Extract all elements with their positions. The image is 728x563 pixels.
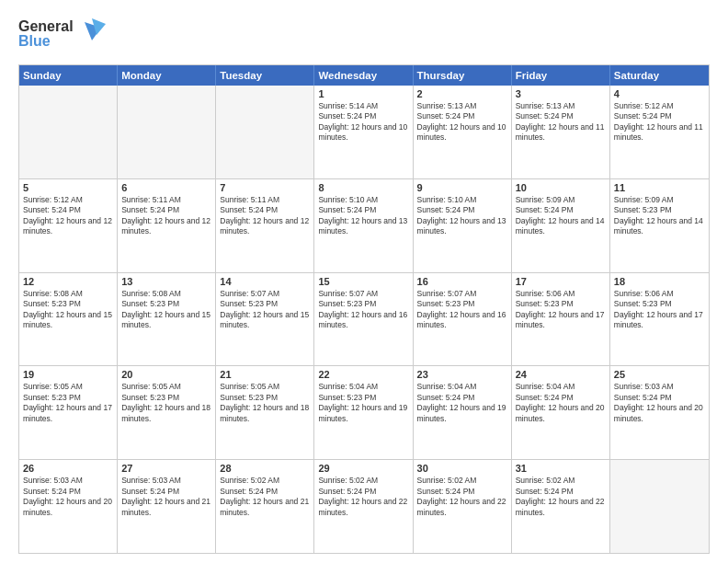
cal-cell: 28Sunrise: 5:02 AMSunset: 5:24 PMDayligh… <box>216 460 314 553</box>
day-number: 17 <box>516 276 606 287</box>
day-number: 16 <box>417 276 507 287</box>
cell-info: Sunrise: 5:10 AMSunset: 5:24 PMDaylight:… <box>318 195 408 237</box>
day-number: 31 <box>516 463 606 474</box>
day-number: 21 <box>220 369 310 380</box>
page: General Blue SundayMondayTuesdayWednesda… <box>0 0 728 563</box>
cal-cell: 23Sunrise: 5:04 AMSunset: 5:24 PMDayligh… <box>414 366 512 459</box>
cal-cell: 14Sunrise: 5:07 AMSunset: 5:23 PMDayligh… <box>216 273 314 366</box>
cell-info: Sunrise: 5:13 AMSunset: 5:24 PMDaylight:… <box>516 101 606 144</box>
logo: General Blue <box>18 15 106 57</box>
cal-cell <box>610 460 709 553</box>
calendar-row-3: 12Sunrise: 5:08 AMSunset: 5:23 PMDayligh… <box>19 272 709 366</box>
calendar-row-5: 26Sunrise: 5:03 AMSunset: 5:24 PMDayligh… <box>19 459 709 553</box>
cal-cell: 15Sunrise: 5:07 AMSunset: 5:23 PMDayligh… <box>314 273 413 366</box>
header-cell-friday: Friday <box>512 65 610 86</box>
cal-cell: 20Sunrise: 5:05 AMSunset: 5:23 PMDayligh… <box>118 366 216 459</box>
cal-cell <box>19 86 118 178</box>
day-number: 5 <box>23 182 113 193</box>
cal-cell: 25Sunrise: 5:03 AMSunset: 5:24 PMDayligh… <box>610 366 709 459</box>
day-number: 6 <box>121 182 211 193</box>
logo-content: General Blue <box>18 15 106 57</box>
calendar-body: 1Sunrise: 5:14 AMSunset: 5:24 PMDaylight… <box>19 86 709 553</box>
cal-cell: 8Sunrise: 5:10 AMSunset: 5:24 PMDaylight… <box>314 179 413 272</box>
cell-info: Sunrise: 5:04 AMSunset: 5:24 PMDaylight:… <box>516 382 606 424</box>
cal-cell: 2Sunrise: 5:13 AMSunset: 5:24 PMDaylight… <box>414 86 512 178</box>
day-number: 3 <box>516 88 606 99</box>
day-number: 19 <box>23 369 113 380</box>
cal-cell: 16Sunrise: 5:07 AMSunset: 5:23 PMDayligh… <box>414 273 512 366</box>
cell-info: Sunrise: 5:02 AMSunset: 5:24 PMDaylight:… <box>318 476 408 518</box>
day-number: 1 <box>318 88 408 99</box>
cell-info: Sunrise: 5:13 AMSunset: 5:24 PMDaylight:… <box>417 101 507 144</box>
cell-info: Sunrise: 5:07 AMSunset: 5:23 PMDaylight:… <box>220 289 310 331</box>
cal-cell: 24Sunrise: 5:04 AMSunset: 5:24 PMDayligh… <box>512 366 610 459</box>
cell-info: Sunrise: 5:11 AMSunset: 5:24 PMDaylight:… <box>121 195 211 237</box>
cell-info: Sunrise: 5:06 AMSunset: 5:23 PMDaylight:… <box>614 289 705 331</box>
day-number: 13 <box>121 276 211 287</box>
day-number: 29 <box>318 463 408 474</box>
cell-info: Sunrise: 5:02 AMSunset: 5:24 PMDaylight:… <box>220 476 310 518</box>
cal-cell: 4Sunrise: 5:12 AMSunset: 5:24 PMDaylight… <box>610 86 709 178</box>
cal-cell: 12Sunrise: 5:08 AMSunset: 5:23 PMDayligh… <box>19 273 118 366</box>
cell-info: Sunrise: 5:02 AMSunset: 5:24 PMDaylight:… <box>417 476 507 518</box>
day-number: 15 <box>318 276 408 287</box>
day-number: 26 <box>23 463 113 474</box>
day-number: 4 <box>614 88 705 99</box>
logo-svg: General Blue <box>18 15 106 53</box>
calendar-row-1: 1Sunrise: 5:14 AMSunset: 5:24 PMDaylight… <box>19 86 709 178</box>
cal-cell: 5Sunrise: 5:12 AMSunset: 5:24 PMDaylight… <box>19 179 118 272</box>
cal-cell: 11Sunrise: 5:09 AMSunset: 5:23 PMDayligh… <box>610 179 709 272</box>
cal-cell: 27Sunrise: 5:03 AMSunset: 5:24 PMDayligh… <box>118 460 216 553</box>
cell-info: Sunrise: 5:03 AMSunset: 5:24 PMDaylight:… <box>121 476 211 518</box>
day-number: 7 <box>220 182 310 193</box>
cell-info: Sunrise: 5:06 AMSunset: 5:23 PMDaylight:… <box>516 289 606 331</box>
cell-info: Sunrise: 5:12 AMSunset: 5:24 PMDaylight:… <box>23 195 113 237</box>
svg-text:General: General <box>18 18 74 34</box>
day-number: 2 <box>417 88 507 99</box>
calendar-row-2: 5Sunrise: 5:12 AMSunset: 5:24 PMDaylight… <box>19 178 709 272</box>
cell-info: Sunrise: 5:05 AMSunset: 5:23 PMDaylight:… <box>23 382 113 424</box>
cal-cell: 9Sunrise: 5:10 AMSunset: 5:24 PMDaylight… <box>414 179 512 272</box>
cell-info: Sunrise: 5:09 AMSunset: 5:24 PMDaylight:… <box>516 195 606 237</box>
cell-info: Sunrise: 5:03 AMSunset: 5:24 PMDaylight:… <box>23 476 113 518</box>
cell-info: Sunrise: 5:14 AMSunset: 5:24 PMDaylight:… <box>318 101 408 144</box>
cell-info: Sunrise: 5:12 AMSunset: 5:24 PMDaylight:… <box>614 101 705 144</box>
day-number: 10 <box>516 182 606 193</box>
header-cell-thursday: Thursday <box>414 65 512 86</box>
cell-info: Sunrise: 5:04 AMSunset: 5:23 PMDaylight:… <box>318 382 408 424</box>
cal-cell: 1Sunrise: 5:14 AMSunset: 5:24 PMDaylight… <box>314 86 413 178</box>
cal-cell: 21Sunrise: 5:05 AMSunset: 5:23 PMDayligh… <box>216 366 314 459</box>
cal-cell: 31Sunrise: 5:02 AMSunset: 5:24 PMDayligh… <box>512 460 610 553</box>
cal-cell: 19Sunrise: 5:05 AMSunset: 5:23 PMDayligh… <box>19 366 118 459</box>
header-cell-saturday: Saturday <box>610 65 709 86</box>
cell-info: Sunrise: 5:02 AMSunset: 5:24 PMDaylight:… <box>516 476 606 518</box>
cal-cell: 29Sunrise: 5:02 AMSunset: 5:24 PMDayligh… <box>314 460 413 553</box>
day-number: 22 <box>318 369 408 380</box>
day-number: 23 <box>417 369 507 380</box>
header-cell-sunday: Sunday <box>19 65 118 86</box>
svg-text:Blue: Blue <box>18 33 51 49</box>
cal-cell: 17Sunrise: 5:06 AMSunset: 5:23 PMDayligh… <box>512 273 610 366</box>
cell-info: Sunrise: 5:11 AMSunset: 5:24 PMDaylight:… <box>220 195 310 237</box>
cal-cell: 3Sunrise: 5:13 AMSunset: 5:24 PMDaylight… <box>512 86 610 178</box>
cell-info: Sunrise: 5:05 AMSunset: 5:23 PMDaylight:… <box>220 382 310 424</box>
cal-cell <box>118 86 216 178</box>
day-number: 24 <box>516 369 606 380</box>
day-number: 20 <box>121 369 211 380</box>
cell-info: Sunrise: 5:08 AMSunset: 5:23 PMDaylight:… <box>23 289 113 331</box>
calendar: SundayMondayTuesdayWednesdayThursdayFrid… <box>18 64 710 554</box>
header-cell-tuesday: Tuesday <box>216 65 314 86</box>
cal-cell: 18Sunrise: 5:06 AMSunset: 5:23 PMDayligh… <box>610 273 709 366</box>
header: General Blue <box>18 15 710 57</box>
cell-info: Sunrise: 5:07 AMSunset: 5:23 PMDaylight:… <box>417 289 507 331</box>
cal-cell: 13Sunrise: 5:08 AMSunset: 5:23 PMDayligh… <box>118 273 216 366</box>
cal-cell: 26Sunrise: 5:03 AMSunset: 5:24 PMDayligh… <box>19 460 118 553</box>
cal-cell: 10Sunrise: 5:09 AMSunset: 5:24 PMDayligh… <box>512 179 610 272</box>
header-cell-wednesday: Wednesday <box>314 65 413 86</box>
cell-info: Sunrise: 5:03 AMSunset: 5:24 PMDaylight:… <box>614 382 705 424</box>
cell-info: Sunrise: 5:05 AMSunset: 5:23 PMDaylight:… <box>121 382 211 424</box>
cal-cell: 30Sunrise: 5:02 AMSunset: 5:24 PMDayligh… <box>414 460 512 553</box>
cal-cell <box>216 86 314 178</box>
cell-info: Sunrise: 5:09 AMSunset: 5:23 PMDaylight:… <box>614 195 705 237</box>
day-number: 9 <box>417 182 507 193</box>
